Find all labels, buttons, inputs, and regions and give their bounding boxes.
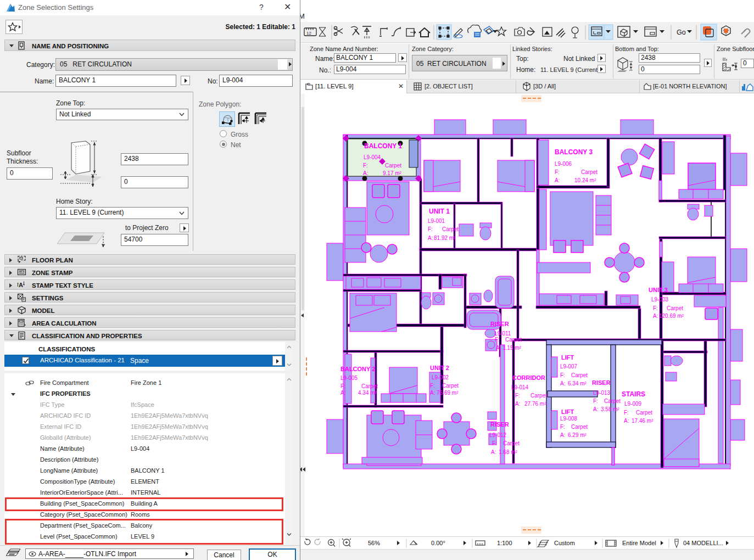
- svg-text:F:: F:: [653, 305, 658, 311]
- svg-text:A:: A:: [363, 170, 368, 176]
- svg-text:A:: A:: [428, 235, 433, 241]
- svg-text:RISER: RISER: [490, 321, 509, 327]
- svg-text:F:: F:: [495, 337, 500, 343]
- svg-text:6.34 m²: 6.34 m²: [568, 380, 587, 387]
- svg-text:Carpet: Carpet: [442, 226, 459, 232]
- svg-text:Carpet: Carpet: [530, 393, 547, 399]
- svg-text:1.15 m²: 1.15 m²: [502, 345, 522, 351]
- svg-text:L9-011: L9-011: [494, 331, 511, 337]
- svg-text:L9-004: L9-004: [364, 154, 381, 160]
- svg-text:Carpet: Carpet: [571, 424, 588, 430]
- svg-text:Carpet: Carpet: [636, 410, 652, 416]
- svg-text:A:: A:: [593, 406, 598, 412]
- svg-text:A:: A:: [340, 390, 345, 396]
- svg-text:1.68 m²: 1.68 m²: [499, 449, 518, 455]
- svg-text:UNIT 3: UNIT 3: [649, 287, 668, 293]
- svg-text:F:: F:: [560, 424, 565, 430]
- svg-text:L9-003: L9-003: [651, 296, 669, 303]
- svg-text:F:: F:: [363, 163, 368, 169]
- svg-text:27.76 m²: 27.76 m²: [524, 401, 546, 407]
- svg-text:Carpet: Carpet: [667, 305, 683, 311]
- svg-text:F:: F:: [515, 393, 520, 399]
- svg-text:3.58 m²: 3.58 m²: [601, 406, 620, 412]
- svg-text:A:: A:: [496, 345, 501, 351]
- svg-text:F:: F:: [624, 410, 629, 416]
- svg-text:A:: A:: [624, 418, 629, 424]
- svg-text:A:: A:: [430, 390, 435, 396]
- svg-text:Carpet: Carpet: [571, 372, 588, 378]
- svg-text:17.46 m²: 17.46 m²: [632, 418, 654, 424]
- svg-text:A:: A:: [491, 449, 496, 455]
- svg-text:Carpet: Carpet: [505, 337, 522, 343]
- svg-text:L9-007: L9-007: [560, 363, 578, 369]
- svg-text:A:: A:: [515, 401, 520, 407]
- svg-text:9.17 m²: 9.17 m²: [383, 170, 402, 176]
- svg-text:Carpet: Carpet: [361, 383, 378, 389]
- svg-text:STAIRS: STAIRS: [622, 390, 645, 398]
- svg-text:F:: F:: [428, 226, 433, 232]
- svg-text:UNIT 1: UNIT 1: [429, 208, 450, 215]
- svg-text:L9-014: L9-014: [511, 384, 529, 390]
- svg-text:BALCONY 2: BALCONY 2: [340, 366, 375, 372]
- svg-text:Carpet: Carpet: [385, 163, 401, 169]
- svg-text:UNIT 2: UNIT 2: [430, 365, 449, 371]
- svg-text:L9-005: L9-005: [340, 375, 358, 381]
- svg-text:LIFT: LIFT: [561, 354, 574, 361]
- svg-text:LIFT: LIFT: [561, 408, 574, 415]
- svg-text:A:: A:: [653, 313, 658, 319]
- svg-text:L9-006: L9-006: [555, 161, 572, 167]
- svg-text:BALCONY 3: BALCONY 3: [555, 148, 593, 156]
- svg-text:L9-012: L9-012: [489, 432, 507, 438]
- svg-text:F:: F:: [555, 169, 560, 175]
- svg-text:RISER: RISER: [490, 421, 509, 428]
- svg-text:CORRIDOR: CORRIDOR: [512, 374, 545, 381]
- svg-text:F:: F:: [593, 398, 598, 404]
- svg-text:Carpet: Carpet: [604, 398, 621, 404]
- svg-text:BALCONY 1: BALCONY 1: [364, 142, 402, 150]
- svg-text:F:: F:: [430, 383, 435, 389]
- svg-text:A:: A:: [560, 380, 565, 387]
- svg-text:F:: F:: [560, 372, 565, 378]
- svg-text:120.69 m²: 120.69 m²: [659, 313, 684, 319]
- svg-text:F:: F:: [340, 383, 345, 389]
- svg-text:L9-008: L9-008: [560, 416, 578, 422]
- svg-text:F:: F:: [492, 440, 497, 446]
- svg-text:4.34 m²: 4.34 m²: [358, 390, 377, 396]
- svg-text:Carpet: Carpet: [581, 169, 597, 175]
- svg-text:A: A: [19, 282, 23, 288]
- svg-text:L9-002: L9-002: [432, 374, 449, 380]
- svg-text:Carpet: Carpet: [503, 440, 520, 446]
- svg-text:81.92 m²: 81.92 m²: [434, 235, 456, 241]
- svg-text:L9-009: L9-009: [624, 401, 642, 407]
- svg-text:10.24 m²: 10.24 m²: [574, 177, 596, 183]
- svg-text:Carpet: Carpet: [442, 383, 459, 389]
- svg-text:6.29 m²: 6.29 m²: [568, 432, 587, 438]
- svg-text:A:: A:: [555, 177, 560, 183]
- svg-text:A:: A:: [560, 432, 565, 438]
- svg-text:L9-001: L9-001: [428, 218, 445, 224]
- svg-text:RISER: RISER: [592, 379, 611, 386]
- svg-text:L9-013: L9-013: [593, 390, 611, 396]
- svg-text:76.69 m²: 76.69 m²: [437, 390, 459, 396]
